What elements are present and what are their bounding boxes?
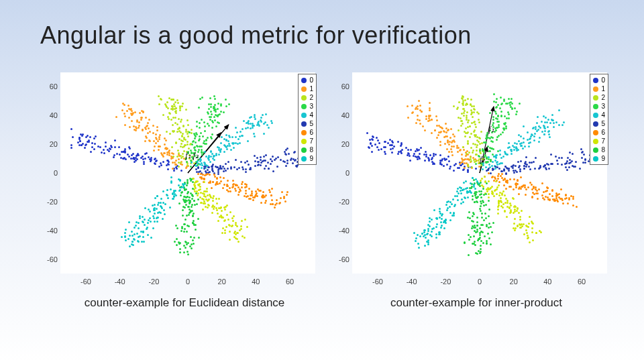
- data-point: [150, 221, 152, 223]
- data-point: [513, 223, 515, 225]
- data-point: [233, 166, 235, 168]
- data-point: [213, 116, 215, 118]
- data-point: [191, 132, 193, 134]
- y-tick: -60: [329, 255, 350, 263]
- legend-swatch: [593, 86, 598, 92]
- data-point: [133, 227, 136, 229]
- data-point: [509, 178, 511, 180]
- data-point: [525, 229, 527, 231]
- data-point: [534, 133, 536, 135]
- data-point: [121, 109, 123, 111]
- data-point: [136, 127, 138, 129]
- data-point: [472, 198, 474, 200]
- data-point: [124, 232, 126, 234]
- data-point: [508, 206, 511, 208]
- data-point: [453, 213, 455, 215]
- data-point: [172, 156, 174, 158]
- data-point: [235, 159, 237, 161]
- data-point: [415, 122, 417, 124]
- data-point: [419, 158, 421, 160]
- data-point: [246, 226, 248, 228]
- data-point: [488, 237, 490, 239]
- data-point: [543, 125, 545, 127]
- legend-item: 3: [593, 102, 605, 111]
- data-point: [296, 166, 298, 168]
- data-point: [251, 194, 253, 196]
- data-point: [203, 181, 205, 183]
- data-point: [211, 187, 213, 189]
- data-point: [136, 221, 138, 223]
- data-point: [208, 156, 210, 158]
- data-point: [537, 116, 539, 118]
- data-point: [235, 127, 237, 129]
- data-point: [271, 199, 273, 201]
- data-point: [534, 168, 536, 170]
- data-point: [164, 143, 166, 145]
- data-point: [435, 226, 437, 228]
- x-tick: 0: [470, 278, 490, 286]
- data-point: [454, 195, 456, 197]
- data-point: [504, 210, 506, 213]
- data-point: [254, 155, 256, 157]
- legend-swatch: [301, 113, 307, 118]
- data-point: [480, 245, 482, 247]
- data-point: [152, 227, 154, 229]
- data-point: [400, 152, 402, 154]
- data-point: [264, 160, 266, 162]
- data-point: [215, 111, 217, 113]
- data-point: [476, 217, 478, 219]
- data-point: [204, 125, 206, 127]
- data-point: [140, 157, 142, 159]
- data-point: [203, 178, 205, 180]
- data-point: [257, 161, 259, 163]
- data-point: [515, 165, 517, 167]
- data-point: [539, 137, 541, 139]
- data-point: [212, 197, 214, 199]
- data-point: [532, 239, 534, 241]
- data-point: [197, 218, 199, 220]
- data-point: [267, 162, 269, 164]
- data-point: [132, 153, 134, 155]
- data-point: [166, 194, 168, 196]
- data-point: [217, 103, 219, 105]
- data-point: [224, 208, 226, 210]
- data-point: [527, 186, 529, 188]
- data-point: [445, 131, 447, 133]
- data-point: [460, 149, 462, 151]
- data-point: [452, 198, 454, 200]
- data-point: [563, 121, 565, 123]
- data-point: [228, 103, 230, 105]
- data-point: [154, 204, 156, 206]
- data-point: [453, 139, 455, 141]
- data-point: [522, 147, 524, 149]
- data-point: [473, 105, 475, 107]
- data-point: [407, 149, 409, 151]
- data-point: [376, 146, 378, 148]
- data-point: [535, 157, 537, 159]
- x-tick: -20: [435, 278, 455, 286]
- legend-label: 7: [309, 137, 313, 145]
- data-point: [208, 204, 210, 206]
- data-point: [480, 131, 482, 133]
- data-point: [528, 223, 530, 225]
- data-point: [516, 171, 518, 173]
- data-point: [133, 239, 136, 241]
- data-point: [384, 146, 386, 148]
- data-point: [242, 168, 244, 170]
- data-point: [178, 166, 180, 168]
- data-point: [471, 227, 473, 229]
- data-point: [129, 235, 131, 237]
- data-point: [547, 187, 549, 189]
- data-point: [532, 223, 534, 225]
- data-point: [202, 208, 204, 210]
- data-point: [213, 195, 215, 197]
- data-point: [168, 149, 170, 152]
- data-point: [199, 158, 201, 160]
- data-point: [457, 199, 459, 201]
- data-point: [250, 116, 252, 118]
- data-point: [476, 180, 478, 182]
- data-point: [179, 109, 181, 111]
- data-point: [454, 204, 456, 206]
- data-point: [428, 117, 430, 119]
- data-point: [493, 93, 495, 95]
